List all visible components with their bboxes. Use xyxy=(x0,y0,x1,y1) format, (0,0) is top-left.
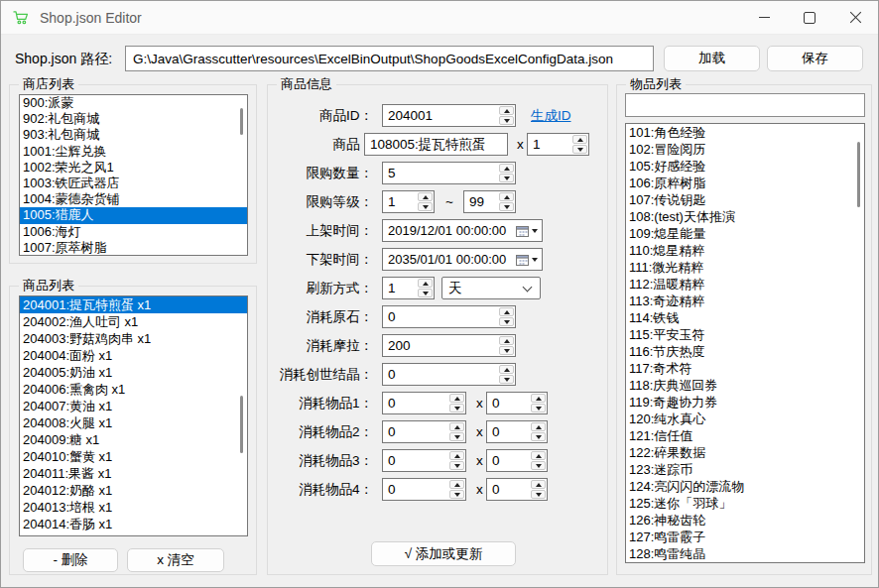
list-item[interactable]: 204001:提瓦特煎蛋 x1 xyxy=(20,296,247,313)
spin-up-button[interactable] xyxy=(449,480,464,489)
list-item[interactable]: 123:迷踪币 xyxy=(626,461,864,478)
list-item[interactable]: 1004:蒙德杂货铺 xyxy=(20,191,247,207)
list-item[interactable]: 121:信任值 xyxy=(626,427,864,444)
spin-down-button[interactable] xyxy=(572,145,587,154)
goods-listbox[interactable]: 204001:提瓦特煎蛋 x1204002:渔人吐司 x1204003:野菇鸡肉… xyxy=(19,295,248,536)
list-item[interactable]: 107:传说钥匙 xyxy=(626,191,864,208)
limit-count-spinner[interactable]: 5 xyxy=(382,162,516,184)
list-item[interactable]: 204014:香肠 x1 xyxy=(20,516,247,532)
spin-down-button[interactable] xyxy=(449,432,464,441)
cost-item-1-id-spinner[interactable]: 0 xyxy=(382,392,466,414)
list-item[interactable]: 101:角色经验 xyxy=(626,124,864,141)
spin-down-button[interactable] xyxy=(499,346,514,355)
list-item[interactable]: 204009:糖 x1 xyxy=(20,431,247,448)
list-item[interactable]: 204012:奶酪 x1 xyxy=(20,482,247,499)
clear-button[interactable]: x 清空 xyxy=(127,548,224,572)
list-item[interactable]: 1005:猎鹿人 xyxy=(20,207,247,223)
load-button[interactable]: 加载 xyxy=(664,46,760,71)
list-item[interactable]: 125:迷你「羽球」 xyxy=(626,495,864,512)
list-item[interactable]: 106:原粹树脂 xyxy=(626,175,864,191)
spin-down-button[interactable] xyxy=(449,490,464,499)
cost-item-3-id-spinner[interactable]: 0 xyxy=(382,449,466,472)
scrollbar-thumb[interactable] xyxy=(857,142,860,207)
delete-button[interactable]: - 删除 xyxy=(23,548,118,572)
scrollbar-thumb[interactable] xyxy=(240,396,243,453)
list-item[interactable]: 116:节庆热度 xyxy=(626,343,864,360)
spin-up-button[interactable] xyxy=(572,135,587,144)
goods-id-spinner[interactable]: 204001 xyxy=(382,104,516,127)
list-item[interactable]: 1007:原萃树脂 xyxy=(20,240,247,256)
spin-down-button[interactable] xyxy=(499,202,514,211)
spin-up-button[interactable] xyxy=(531,480,546,489)
list-item[interactable]: 118:庆典巡回券 xyxy=(626,377,864,394)
cost-mora-spinner[interactable]: 200 xyxy=(382,334,516,357)
goods-name-input[interactable]: 108005:提瓦特煎蛋 xyxy=(364,133,508,156)
spin-up-button[interactable] xyxy=(531,451,546,460)
list-item[interactable]: 110:熄星精粹 xyxy=(626,242,864,259)
cost-item-2-id-spinner[interactable]: 0 xyxy=(382,420,466,443)
list-item[interactable]: 902:礼包商城 xyxy=(20,111,247,127)
list-item[interactable]: 112:温暖精粹 xyxy=(626,276,864,293)
spin-up-button[interactable] xyxy=(531,422,546,431)
list-item[interactable]: 204005:奶油 x1 xyxy=(20,364,247,381)
list-item[interactable]: 1006:海灯 xyxy=(20,224,247,240)
spin-down-button[interactable] xyxy=(531,490,546,499)
item-search-input[interactable] xyxy=(625,93,865,117)
shop-listbox[interactable]: 900:派蒙902:礼包商城903:礼包商城1001:尘辉兑换1002:荣光之风… xyxy=(19,94,248,256)
list-item[interactable]: 111:微光精粹 xyxy=(626,259,864,276)
spin-up-button[interactable] xyxy=(418,279,433,288)
list-item[interactable]: 900:派蒙 xyxy=(20,95,247,111)
cost-item-4-count-spinner[interactable]: 0 xyxy=(486,478,548,501)
list-item[interactable]: 1003:铁匠武器店 xyxy=(20,176,247,191)
cost-crystal-spinner[interactable]: 0 xyxy=(382,363,516,386)
generate-id-link[interactable]: 生成ID xyxy=(531,104,571,127)
path-input[interactable] xyxy=(125,46,654,71)
spin-down-button[interactable] xyxy=(499,174,514,182)
spin-down-button[interactable] xyxy=(418,289,433,297)
list-item[interactable]: 105:好感经验 xyxy=(626,158,864,175)
close-button[interactable] xyxy=(832,1,878,34)
end-time-picker[interactable]: 2035/01/01 00:00:00 xyxy=(382,248,543,271)
list-item[interactable]: 108:(test)天体推演 xyxy=(626,208,864,225)
spin-up-button[interactable] xyxy=(499,365,514,374)
cost-primogem-spinner[interactable]: 0 xyxy=(382,305,516,328)
list-item[interactable]: 120:纯水真心 xyxy=(626,411,864,427)
refresh-unit-combobox[interactable]: 天 xyxy=(441,277,541,299)
list-item[interactable]: 204010:蟹黄 x1 xyxy=(20,448,247,465)
list-item[interactable]: 204008:火腿 x1 xyxy=(20,414,247,431)
level-min-spinner[interactable]: 1 xyxy=(382,190,435,213)
list-item[interactable]: 1001:尘辉兑换 xyxy=(20,144,247,160)
list-item[interactable]: 122:碎果数据 xyxy=(626,444,864,461)
level-max-spinner[interactable]: 99 xyxy=(463,190,516,213)
list-item[interactable]: 204002:渔人吐司 x1 xyxy=(20,313,247,330)
list-item[interactable]: 102:冒险阅历 xyxy=(626,141,864,158)
cost-item-3-count-spinner[interactable]: 0 xyxy=(486,449,548,472)
list-item[interactable]: 114:铁钱 xyxy=(626,309,864,326)
cost-item-2-count-spinner[interactable]: 0 xyxy=(486,420,548,443)
spin-up-button[interactable] xyxy=(499,164,514,173)
add-or-update-button[interactable]: √ 添加或更新 xyxy=(371,541,516,566)
list-item[interactable]: 128:鸣雷纯晶 xyxy=(626,545,864,562)
list-item[interactable]: 109:熄星能量 xyxy=(626,225,864,242)
item-listbox[interactable]: 101:角色经验102:冒险阅历105:好感经验106:原粹树脂107:传说钥匙… xyxy=(625,123,865,563)
dropdown-arrow-icon[interactable] xyxy=(532,229,538,233)
list-item[interactable]: 1002:荣光之风1 xyxy=(20,160,247,176)
spin-down-button[interactable] xyxy=(449,461,464,470)
scrollbar-thumb[interactable] xyxy=(240,108,243,135)
begin-time-picker[interactable]: 2019/12/01 00:00:00 xyxy=(382,219,543,242)
list-item[interactable]: 115:平安玉符 xyxy=(626,326,864,343)
list-item[interactable]: 204013:培根 x1 xyxy=(20,499,247,516)
spin-up-button[interactable] xyxy=(449,451,464,460)
list-item[interactable]: 117:奇术符 xyxy=(626,360,864,377)
save-button[interactable]: 保存 xyxy=(767,46,863,71)
spin-down-button[interactable] xyxy=(531,461,546,470)
list-item[interactable]: 119:奇趣协力券 xyxy=(626,394,864,411)
maximize-button[interactable] xyxy=(787,1,832,34)
spin-down-button[interactable] xyxy=(449,404,464,412)
list-item[interactable]: 127:鸣雷霰子 xyxy=(626,529,864,545)
dropdown-arrow-icon[interactable] xyxy=(532,258,538,262)
list-item[interactable]: 204006:熏禽肉 x1 xyxy=(20,381,247,398)
spin-down-button[interactable] xyxy=(499,116,514,125)
list-item[interactable]: 204003:野菇鸡肉串 x1 xyxy=(20,330,247,347)
spin-down-button[interactable] xyxy=(531,404,546,412)
